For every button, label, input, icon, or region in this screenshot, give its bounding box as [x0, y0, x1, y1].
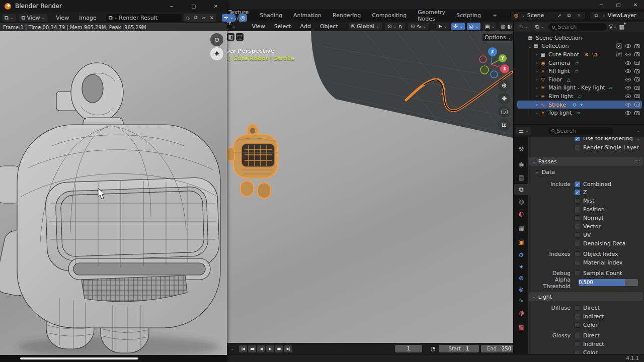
hide-eye-icon[interactable] [625, 44, 631, 48]
outliner-search-input[interactable]: Search [548, 23, 607, 31]
unlink-icon[interactable]: ✕ [208, 14, 216, 22]
play-reverse-button[interactable]: ◀ [257, 345, 265, 352]
exclude-checkbox[interactable]: ✓ [616, 52, 622, 57]
light-row[interactable]: Indirect [528, 340, 644, 348]
hide-eye-icon[interactable] [625, 78, 631, 81]
pass-normal-checkbox[interactable] [575, 215, 580, 221]
render-single-layer-row[interactable]: Render Single Layer [528, 144, 644, 151]
options-dropdown[interactable]: Options ⌄ [482, 34, 513, 41]
glossy-indirect-checkbox[interactable] [575, 341, 580, 347]
open-folder-icon[interactable]: ▱ [200, 14, 208, 22]
previous-keyframe-button[interactable]: ◀◆ [248, 345, 256, 352]
frame-start-field[interactable]: Start 1 [439, 345, 479, 352]
menu-view[interactable]: View [248, 23, 270, 30]
data-subpanel-header[interactable]: ⌄ Data [528, 168, 644, 176]
viewport-canvas[interactable]: ◧ ⬚ Options ⌄ User Perspective (1) Cute … [220, 31, 513, 343]
caret-right-icon[interactable]: › [534, 111, 539, 116]
menu-object[interactable]: Object [315, 23, 343, 30]
outliner-row-main-light[interactable]: › ☀ Main light - Key light ▱ [517, 84, 642, 93]
hide-eye-icon[interactable] [625, 95, 631, 98]
outliner-row-cute-robot[interactable]: › ▦ Cute Robot ⚙ ▽ 7 ✓ [517, 50, 642, 59]
pass-mist-checkbox[interactable] [575, 198, 580, 204]
light-row[interactable]: Color [528, 321, 644, 329]
tab-compositing[interactable]: Compositing [366, 9, 412, 22]
pass-row[interactable]: Vector [528, 223, 644, 230]
display-mode-dropdown[interactable]: ≡⌄ [516, 23, 531, 31]
pass-row[interactable]: Z [528, 189, 644, 196]
render-result-image[interactable]: ⊕ ✥ [0, 31, 227, 355]
hide-eye-icon[interactable] [625, 86, 631, 89]
new-scene-icon[interactable]: ⧉ [565, 12, 573, 20]
show-gizmo-toggle[interactable]: ✛ ⌄ [451, 23, 465, 30]
hide-eye-icon[interactable] [625, 61, 631, 65]
tab-shading[interactable]: Shading [254, 9, 288, 22]
disable-render-icon[interactable] [634, 86, 640, 90]
play-button[interactable]: ▶ [266, 345, 274, 352]
tab-texture-icon[interactable]: ▩ [514, 322, 528, 333]
tab-rendering[interactable]: Rendering [327, 9, 366, 22]
menu-view[interactable]: View [51, 15, 73, 21]
menu-image[interactable]: Image [74, 15, 101, 21]
tab-view-layer-icon[interactable]: ⧉ [514, 184, 528, 195]
tab-output-icon[interactable]: ▤ [514, 172, 528, 183]
selectability-dropdown[interactable]: ➤ ⌄ [436, 23, 449, 30]
pass-sample-count-checkbox[interactable] [575, 270, 580, 276]
xray-toggle[interactable]: ▣ ⌄ [482, 23, 497, 30]
disable-render-icon[interactable] [634, 103, 640, 107]
add-workspace-button[interactable]: ＋ [487, 9, 503, 22]
render-single-layer-checkbox[interactable] [575, 145, 580, 150]
frame-end-field[interactable]: End 250 [481, 345, 517, 352]
pass-row[interactable]: Material Index [528, 259, 644, 266]
current-frame-field[interactable]: 1 [395, 345, 422, 352]
filter-funnel-dropdown[interactable]: ∇⌄ [609, 24, 617, 30]
display-mode-dropdown[interactable]: ⧉View⌄ [19, 14, 48, 22]
tab-world-icon[interactable]: ◐ [514, 208, 528, 219]
disable-render-icon[interactable] [634, 69, 640, 73]
show-gizmo-toggle[interactable]: ✛⌄ [222, 14, 235, 22]
pass-uv-checkbox[interactable] [575, 232, 580, 238]
scene-selector[interactable]: ◍ ⌄ Scene ⊸ ⧉ ✕ [510, 11, 586, 20]
stopwatch-icon[interactable]: ◔ [431, 345, 436, 352]
pass-row[interactable]: Normal [528, 214, 644, 222]
shading-mode-group[interactable]: ◍ ◐ [499, 23, 514, 30]
tab-collection-icon[interactable]: ▦ [514, 222, 528, 233]
pass-row[interactable]: Mist [528, 197, 644, 205]
tab-material-icon[interactable]: ◑ [514, 307, 528, 318]
outliner-row-stroke[interactable]: › ∿ Stroke ⚙ ✦ [517, 101, 642, 109]
caret-right-icon[interactable]: › [534, 52, 539, 57]
outliner-row-floor[interactable]: › ▽ Floor △ [517, 75, 642, 84]
next-keyframe-button[interactable]: ◆▶ [275, 345, 283, 352]
tab-object-data-icon[interactable]: ∿ [514, 295, 528, 306]
tab-tool-icon[interactable]: ⚒ [514, 144, 528, 155]
camera-view-button[interactable] [498, 106, 510, 118]
pass-row[interactable]: Denoising Data [528, 240, 644, 247]
outliner-row-top-light[interactable]: › ☀ Top light ▱ [517, 109, 642, 117]
hide-eye-icon[interactable] [625, 111, 631, 115]
menu-select[interactable]: Select [270, 23, 296, 30]
tab-physics-icon[interactable]: ⊚ [514, 273, 528, 284]
caret-right-icon[interactable]: › [534, 60, 539, 65]
close-icon[interactable]: ✕ [627, 0, 644, 9]
orientation-dropdown[interactable]: ⇱ Global ⌄ [349, 23, 382, 30]
pass-material-index-checkbox[interactable] [575, 260, 580, 265]
grid-ortho-button[interactable]: ⊞ [498, 119, 510, 131]
chevron-down-icon[interactable]: ⌄ [636, 137, 640, 141]
magnet-icon[interactable]: ∩ [398, 23, 403, 30]
maximize-icon[interactable]: ▢ [183, 2, 205, 11]
tab-scripting[interactable]: Scripting [451, 9, 487, 22]
caret-right-icon[interactable]: › [534, 94, 539, 99]
light-row[interactable]: DiffuseDirect [528, 304, 644, 312]
disable-render-icon[interactable] [634, 111, 640, 115]
light-row[interactable]: GlossyDirect [528, 332, 644, 339]
caret-right-icon[interactable]: › [534, 77, 539, 82]
hide-eye-icon[interactable] [625, 53, 631, 56]
use-for-rendering-row[interactable]: Use for Rendering ⌄ [528, 137, 644, 142]
hide-eye-icon[interactable] [625, 69, 631, 73]
glossy-direct-checkbox[interactable] [575, 333, 580, 338]
pass-denoising-checkbox[interactable] [575, 241, 580, 246]
light-row[interactable]: Indirect [528, 313, 644, 320]
tab-object-icon[interactable]: ▣ [514, 236, 528, 247]
sidebar-toggle-arrow[interactable]: ‹ [509, 66, 512, 74]
pass-combined-checkbox[interactable] [575, 182, 580, 187]
pass-object-index-checkbox[interactable] [575, 251, 580, 257]
